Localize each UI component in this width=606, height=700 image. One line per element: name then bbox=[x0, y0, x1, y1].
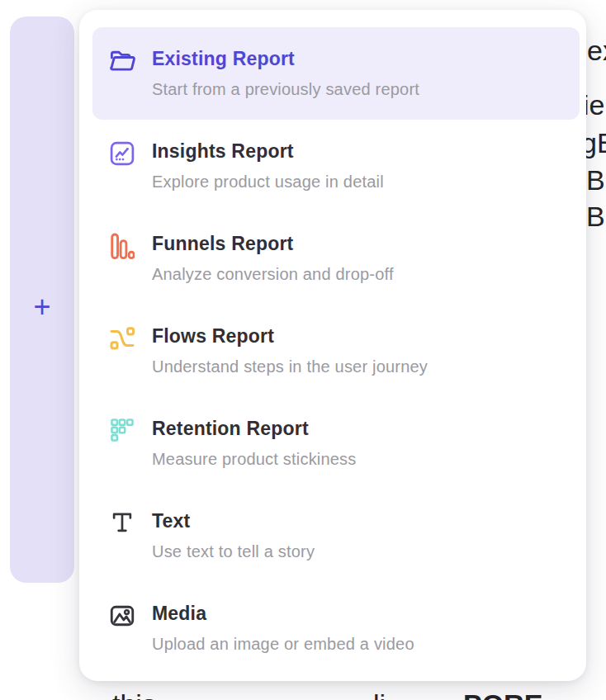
menu-item-subtitle: Measure product stickiness bbox=[152, 448, 357, 471]
flows-icon bbox=[107, 324, 137, 354]
menu-item-subtitle: Understand steps in the user journey bbox=[152, 356, 428, 378]
add-content-menu: Existing Report Start from a previously … bbox=[79, 10, 586, 681]
menu-item-retention-report[interactable]: Retention Report Measure product stickin… bbox=[92, 397, 580, 490]
menu-item-existing-report[interactable]: Existing Report Start from a previously … bbox=[92, 27, 580, 120]
menu-item-subtitle: Start from a previously saved report bbox=[152, 78, 419, 101]
funnel-bars-icon bbox=[107, 232, 137, 262]
background-text-fragment: B bbox=[586, 202, 605, 232]
menu-item-insights-report[interactable]: Insights Report Explore product usage in… bbox=[92, 120, 580, 212]
background-text-fragment: li bbox=[373, 690, 386, 700]
menu-item-title: Retention Report bbox=[152, 416, 357, 441]
board-edit-screen: { "colors": { "accent": "#5146D0", "rail… bbox=[0, 0, 606, 700]
folder-open-icon bbox=[107, 47, 137, 77]
background-text-fragment: B bbox=[586, 166, 605, 196]
text-icon bbox=[107, 509, 137, 539]
menu-item-title: Media bbox=[152, 601, 414, 626]
menu-item-subtitle: Explore product usage in detail bbox=[152, 171, 384, 193]
menu-item-subtitle: Use text to tell a story bbox=[152, 541, 315, 563]
insights-chart-icon bbox=[107, 140, 137, 169]
menu-item-title: Insights Report bbox=[152, 139, 384, 163]
menu-item-funnels-report[interactable]: Funnels Report Analyze conversion and dr… bbox=[92, 212, 580, 305]
background-text-fragment: ex bbox=[587, 36, 606, 66]
plus-icon[interactable]: + bbox=[33, 292, 50, 322]
background-text-fragment: this bbox=[112, 690, 156, 700]
menu-item-title: Text bbox=[152, 508, 315, 533]
menu-item-title: Funnels Report bbox=[152, 231, 394, 256]
add-section-rail[interactable]: + bbox=[10, 17, 74, 583]
menu-item-title: Existing Report bbox=[152, 46, 419, 71]
menu-item-title: Flows Report bbox=[152, 324, 428, 348]
menu-item-flows-report[interactable]: Flows Report Understand steps in the use… bbox=[92, 305, 580, 397]
menu-item-media[interactable]: Media Upload an image or embed a video bbox=[92, 582, 580, 674]
retention-grid-icon bbox=[107, 417, 137, 447]
menu-item-subtitle: Analyze conversion and drop-off bbox=[152, 263, 394, 286]
media-icon bbox=[107, 602, 137, 631]
background-text-fragment: PORE bbox=[463, 690, 542, 700]
menu-item-subtitle: Upload an image or embed a video bbox=[152, 633, 414, 655]
menu-item-text[interactable]: Text Use text to tell a story bbox=[92, 490, 580, 582]
